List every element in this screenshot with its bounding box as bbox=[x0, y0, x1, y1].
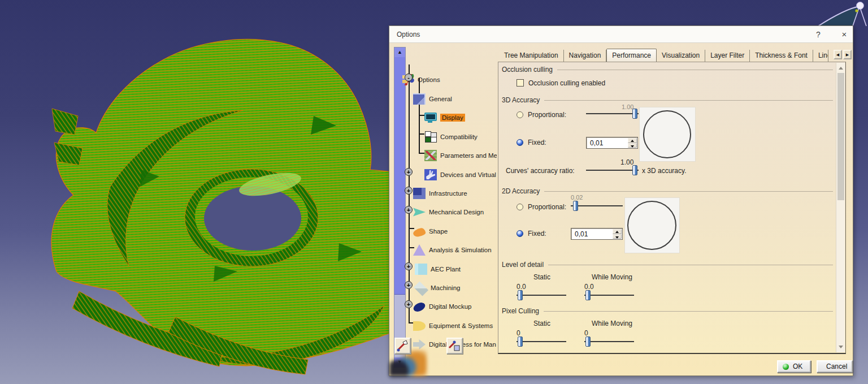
slider-thumb[interactable] bbox=[632, 165, 637, 175]
pixel-moving-slider[interactable] bbox=[584, 336, 634, 347]
tree-item-digital-mockup[interactable]: Digital Mockup bbox=[413, 300, 471, 313]
settings-tab-strip: Tree Manipulation Navigation Performance… bbox=[499, 49, 828, 62]
slider-thumb[interactable] bbox=[585, 290, 591, 300]
tree-item-display[interactable]: Display bbox=[424, 111, 465, 124]
content-scrollbar[interactable] bbox=[836, 63, 845, 352]
accuracy2d-preview-circle bbox=[627, 201, 676, 250]
analysis-simulation-icon bbox=[413, 244, 426, 256]
curves-ratio-label: Curves' accuracy ratio: bbox=[506, 167, 575, 175]
tree-item-aec-plant[interactable]: AEC Plant bbox=[413, 263, 461, 275]
accuracy2d-proportional-radio[interactable] bbox=[517, 204, 523, 210]
accuracy2d-proportional-value: 0.02 bbox=[571, 194, 583, 201]
lod-moving-label: While Moving bbox=[592, 273, 632, 281]
lod-static-slider[interactable] bbox=[517, 290, 566, 300]
catia-viewport: Options ? × ▲ ▼ - + + + + + + Op bbox=[0, 0, 868, 384]
expander-shape[interactable]: + bbox=[405, 206, 413, 214]
tree-item-shape[interactable]: Shape bbox=[413, 225, 448, 238]
pixel-static-value: 0 bbox=[517, 329, 520, 337]
spinner-down-icon[interactable] bbox=[628, 143, 637, 148]
mechanical-design-icon bbox=[413, 206, 426, 218]
compatibility-icon bbox=[424, 131, 437, 143]
dialog-title: Options bbox=[389, 31, 420, 38]
tab-scroll-left-icon[interactable]: ◀ bbox=[834, 50, 842, 59]
content-scrollbar-thumb[interactable] bbox=[837, 73, 844, 200]
content-scroll-up-icon[interactable] bbox=[839, 67, 843, 70]
performance-panel: Occlusion culling Occlusion culling enab… bbox=[498, 62, 846, 354]
infrastructure-icon bbox=[413, 188, 426, 199]
options-tree: Options General Display Compatibility Pa… bbox=[402, 47, 497, 352]
tab-layer-filter[interactable]: Layer Filter bbox=[705, 50, 750, 62]
pixel-moving-label: While Moving bbox=[592, 320, 632, 327]
accuracy2d-fixed-label: Fixed: bbox=[528, 230, 546, 238]
dialog-titlebar[interactable]: Options bbox=[389, 26, 853, 43]
lod-group-header: Level of detail bbox=[502, 261, 833, 269]
accuracy2d-fixed-value: 0,01 bbox=[575, 230, 588, 238]
selected-tree-label: Display bbox=[440, 114, 465, 122]
tab-scroll-right-icon[interactable]: ▶ bbox=[843, 50, 852, 59]
tab-navigation[interactable]: Navigation bbox=[564, 50, 607, 62]
tree-item-compatibility[interactable]: Compatibility bbox=[424, 131, 478, 143]
spinner-up-icon[interactable] bbox=[613, 229, 622, 234]
accuracy2d-proportional-slider[interactable] bbox=[571, 201, 623, 211]
tree-item-infrastructure[interactable]: Infrastructure bbox=[413, 187, 467, 200]
display-icon bbox=[424, 113, 437, 121]
occlusion-group-header: Occlusion culling bbox=[502, 66, 833, 74]
pixel-static-slider[interactable] bbox=[517, 336, 566, 347]
ok-sphere-icon bbox=[783, 364, 789, 370]
cancel-button[interactable]: Cancel bbox=[817, 360, 853, 373]
accuracy3d-proportional-label: Proportional: bbox=[528, 111, 566, 119]
tab-thickness-font[interactable]: Thickness & Font bbox=[750, 50, 813, 62]
occlusion-checkbox-label: Occlusion culling enabled bbox=[528, 79, 605, 87]
expander-digital-mockup[interactable]: + bbox=[405, 281, 413, 289]
accuracy3d-fixed-value: 0,01 bbox=[590, 139, 603, 147]
slider-thumb[interactable] bbox=[632, 109, 637, 119]
slider-thumb[interactable] bbox=[573, 201, 578, 211]
reset-defaults-button[interactable] bbox=[394, 338, 411, 354]
lod-moving-value: 0.0 bbox=[584, 283, 594, 291]
expander-general[interactable]: - bbox=[405, 74, 413, 81]
tree-item-general[interactable]: General bbox=[413, 93, 452, 105]
slider-thumb[interactable] bbox=[585, 336, 591, 347]
expander-mechanical-design[interactable]: + bbox=[405, 187, 413, 195]
spinner-down-icon[interactable] bbox=[613, 234, 622, 239]
save-settings-button[interactable] bbox=[446, 338, 463, 354]
accuracy3d-fixed-radio[interactable] bbox=[517, 139, 523, 146]
accuracy3d-proportional-radio[interactable] bbox=[517, 111, 523, 118]
slider-thumb[interactable] bbox=[518, 336, 523, 347]
expander-equipment-systems[interactable]: + bbox=[405, 300, 413, 308]
accuracy3d-fixed-label: Fixed: bbox=[528, 139, 546, 146]
accuracy3d-proportional-slider[interactable] bbox=[586, 109, 639, 119]
shape-icon bbox=[413, 227, 426, 238]
accuracy3d-preview-box bbox=[640, 107, 695, 161]
accuracy3d-fixed-spinner[interactable]: 0,01 bbox=[586, 137, 638, 149]
tree-item-parameters-measure[interactable]: Parameters and Mea bbox=[424, 149, 497, 162]
tree-item-devices-virtual[interactable]: Devices and Virtual bbox=[424, 169, 496, 181]
content-scroll-down-icon[interactable] bbox=[839, 346, 843, 348]
lod-static-value: 0.0 bbox=[517, 283, 526, 291]
slider-thumb[interactable] bbox=[518, 290, 523, 300]
tree-item-equipment-systems[interactable]: Equipment & Systems bbox=[413, 320, 493, 332]
mesh-part[interactable] bbox=[51, 39, 429, 374]
accuracy2d-fixed-radio[interactable] bbox=[517, 230, 523, 237]
tab-line[interactable]: Line bbox=[813, 50, 828, 62]
accuracy2d-fixed-spinner[interactable]: 0,01 bbox=[571, 228, 623, 240]
pixel-culling-group-header: Pixel Culling bbox=[502, 307, 833, 315]
lod-static-label: Static bbox=[533, 273, 550, 281]
tree-item-analysis-simulation[interactable]: Analysis & Simulation bbox=[413, 244, 492, 256]
curves-ratio-slider[interactable] bbox=[586, 165, 639, 175]
tree-item-mechanical-design[interactable]: Mechanical Design bbox=[413, 206, 484, 218]
ok-button[interactable]: OK bbox=[777, 360, 811, 373]
close-button[interactable]: × bbox=[837, 29, 852, 40]
help-button[interactable]: ? bbox=[811, 29, 826, 40]
tab-visualization[interactable]: Visualization bbox=[657, 50, 705, 62]
tab-tree-manipulation[interactable]: Tree Manipulation bbox=[499, 50, 564, 62]
lod-moving-slider[interactable] bbox=[584, 290, 634, 300]
pixel-static-label: Static bbox=[533, 320, 550, 327]
tree-item-machining[interactable]: Machining bbox=[413, 282, 460, 294]
spinner-up-icon[interactable] bbox=[628, 138, 637, 143]
expander-machining[interactable]: + bbox=[405, 262, 413, 270]
expander-infrastructure[interactable]: + bbox=[405, 168, 413, 176]
tab-performance[interactable]: Performance bbox=[606, 49, 657, 62]
occlusion-culling-checkbox[interactable] bbox=[517, 79, 524, 87]
compass-icon[interactable] bbox=[818, 2, 866, 27]
